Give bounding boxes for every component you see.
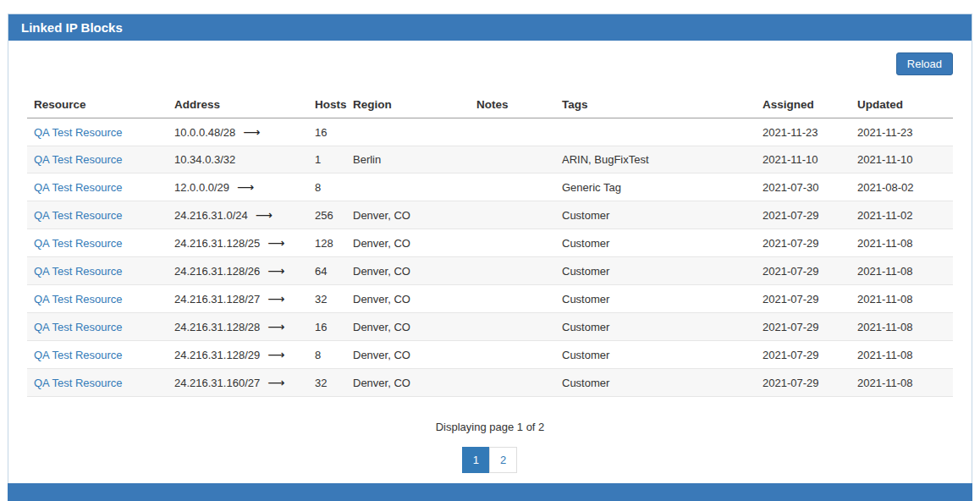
tags-value: Customer [555, 285, 756, 313]
toolbar: Reload [27, 52, 953, 80]
notes-value [470, 341, 555, 369]
column-header-tags: Tags [555, 91, 756, 118]
updated-value: 2021-08-02 [851, 173, 953, 201]
address-value: 12.0.0.0/29 [174, 181, 229, 194]
hosts-value: 8 [308, 341, 346, 369]
tags-value: Customer [555, 201, 756, 229]
updated-value: 2021-11-08 [851, 369, 953, 397]
notes-value [470, 146, 555, 173]
region-value [346, 173, 470, 201]
region-value: Denver, CO [346, 257, 470, 285]
assigned-value: 2021-07-29 [756, 201, 851, 229]
address-value: 24.216.31.0/24 [174, 209, 248, 222]
assigned-value: 2021-07-29 [756, 369, 851, 397]
hosts-value: 32 [308, 369, 346, 397]
table-row: QA Test Resource 24.216.31.128/29⟶ 8 Den… [27, 341, 953, 369]
table-row: QA Test Resource 24.216.31.160/27⟶ 32 De… [27, 369, 953, 397]
assigned-value: 2021-07-29 [756, 257, 851, 285]
address-value: 10.34.0.3/32 [174, 153, 235, 166]
column-header-resource: Resource [27, 91, 168, 118]
panel-body: Reload Resource Address Hosts Region Not… [8, 41, 972, 483]
ip-table-body: QA Test Resource 10.0.0.48/28⟶ 16 2021-1… [27, 118, 953, 397]
region-value: Denver, CO [346, 229, 470, 257]
notes-value [470, 313, 555, 341]
hosts-value: 8 [308, 173, 346, 201]
table-row: QA Test Resource 24.216.31.128/27⟶ 32 De… [27, 285, 953, 313]
notes-value [470, 173, 555, 201]
hosts-value: 32 [308, 285, 346, 313]
tags-value: Customer [555, 369, 756, 397]
resource-link[interactable]: QA Test Resource [34, 377, 123, 389]
address-value: 10.0.0.48/28 [174, 126, 235, 139]
notes-value [470, 201, 555, 229]
table-row: QA Test Resource 10.0.0.48/28⟶ 16 2021-1… [27, 118, 953, 146]
assigned-value: 2021-11-23 [756, 118, 851, 146]
updated-value: 2021-11-10 [851, 146, 953, 173]
table-row: QA Test Resource 24.216.31.128/28⟶ 16 De… [27, 313, 953, 341]
hosts-value: 64 [308, 257, 346, 285]
assigned-value: 2021-07-29 [756, 229, 851, 257]
tags-value: Customer [555, 341, 756, 369]
column-header-address: Address [168, 91, 308, 118]
column-header-assigned: Assigned [756, 91, 851, 118]
region-value: Denver, CO [346, 369, 470, 397]
drilldown-arrow-icon[interactable]: ⟶ [267, 236, 284, 250]
resource-link[interactable]: QA Test Resource [34, 349, 123, 361]
resource-link[interactable]: QA Test Resource [34, 237, 123, 250]
column-header-region: Region [346, 91, 470, 118]
resource-link[interactable]: QA Test Resource [34, 209, 123, 222]
resource-link[interactable]: QA Test Resource [34, 181, 123, 194]
address-value: 24.216.31.128/29 [174, 349, 260, 361]
tags-value: Customer [555, 313, 756, 341]
region-value [346, 118, 470, 146]
reload-button[interactable]: Reload [896, 52, 953, 75]
column-header-updated: Updated [851, 91, 953, 118]
tags-value: ARIN, BugFixTest [555, 146, 756, 173]
linked-ip-blocks-panel: Linked IP Blocks Reload Resource Address… [8, 14, 972, 484]
panel-title: Linked IP Blocks [21, 20, 123, 35]
ip-blocks-table: Resource Address Hosts Region Notes Tags… [27, 91, 953, 397]
notes-value [470, 369, 555, 397]
region-value: Denver, CO [346, 201, 470, 229]
panel-header: Linked IP Blocks [8, 14, 972, 41]
resource-link[interactable]: QA Test Resource [34, 126, 123, 139]
address-value: 24.216.31.128/26 [174, 265, 260, 278]
address-value: 24.216.31.128/28 [174, 321, 260, 333]
notes-value [470, 285, 555, 313]
resource-link[interactable]: QA Test Resource [34, 153, 123, 166]
hosts-value: 256 [308, 201, 346, 229]
drilldown-arrow-icon[interactable]: ⟶ [256, 208, 273, 222]
assigned-value: 2021-07-29 [756, 341, 851, 369]
page-button-1[interactable]: 1 [462, 447, 490, 473]
column-header-notes: Notes [470, 91, 555, 118]
notes-value [470, 229, 555, 257]
tags-value: Generic Tag [555, 173, 756, 201]
table-header-row: Resource Address Hosts Region Notes Tags… [27, 91, 953, 118]
drilldown-arrow-icon[interactable]: ⟶ [267, 264, 284, 278]
page-button-2[interactable]: 2 [489, 447, 517, 473]
resource-link[interactable]: QA Test Resource [34, 321, 123, 333]
region-value: Denver, CO [346, 313, 470, 341]
drilldown-arrow-icon[interactable]: ⟶ [267, 348, 284, 361]
notes-value [470, 257, 555, 285]
pagination: 12 [27, 447, 953, 473]
drilldown-arrow-icon[interactable]: ⟶ [267, 376, 284, 389]
drilldown-arrow-icon[interactable]: ⟶ [237, 180, 254, 194]
assigned-value: 2021-07-29 [756, 285, 851, 313]
drilldown-arrow-icon[interactable]: ⟶ [267, 320, 284, 333]
assigned-value: 2021-11-10 [756, 146, 851, 173]
hosts-value: 16 [308, 118, 346, 146]
drilldown-arrow-icon[interactable]: ⟶ [243, 125, 260, 139]
assigned-value: 2021-07-29 [756, 313, 851, 341]
address-value: 24.216.31.128/27 [174, 293, 260, 306]
tags-value: Customer [555, 229, 756, 257]
resource-link[interactable]: QA Test Resource [34, 293, 123, 306]
hosts-value: 16 [308, 313, 346, 341]
region-value: Berlin [346, 146, 470, 173]
drilldown-arrow-icon[interactable]: ⟶ [267, 292, 284, 306]
tags-value [555, 118, 756, 146]
next-section-header-bar [8, 483, 972, 501]
page: Linked IP Blocks Reload Resource Address… [0, 0, 980, 501]
updated-value: 2021-11-08 [851, 257, 953, 285]
resource-link[interactable]: QA Test Resource [34, 265, 123, 278]
